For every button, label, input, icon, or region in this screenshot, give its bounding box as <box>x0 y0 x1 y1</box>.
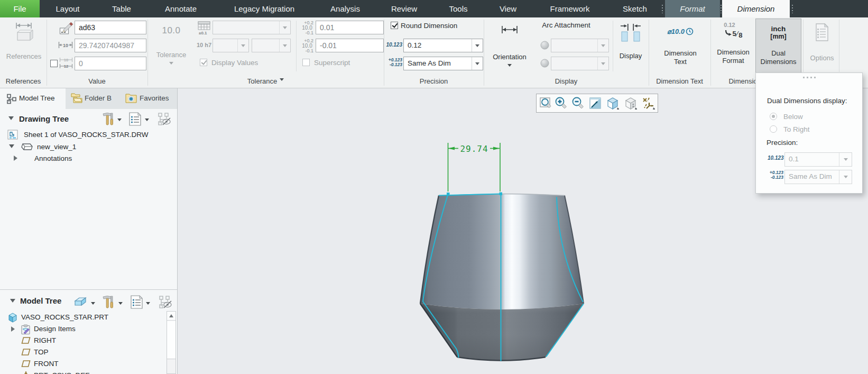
tree-item-annotations[interactable]: Annotations <box>34 154 72 162</box>
scrollbar-thumb[interactable] <box>167 321 176 359</box>
dimension-format-icon-top: 0.12 <box>713 22 754 28</box>
dimension-format-button[interactable]: 0.12 5 ⁄ 8 Dimension Format <box>713 19 754 75</box>
tree-tools-caret[interactable] <box>117 118 122 123</box>
tolerance-precision-combo[interactable]: Same As Dim <box>403 57 483 70</box>
svg-text:10: 10 <box>63 43 68 48</box>
dimension-name-input[interactable]: ad63 <box>75 21 146 34</box>
zoom-in-icon[interactable] <box>555 97 567 110</box>
view-collapse-icon[interactable] <box>9 144 14 151</box>
vase-model[interactable] <box>420 193 584 361</box>
tolerance-fit-combo-1[interactable] <box>213 39 249 52</box>
tree-item-csys[interactable]: PRT_CSYS_DEF <box>34 371 90 374</box>
combo-arrow[interactable] <box>237 39 248 52</box>
nominal-value-input[interactable]: 29.74207404987 <box>75 39 146 52</box>
lower-tolerance-input[interactable]: -0.01 <box>316 39 384 52</box>
override-value-checkbox[interactable] <box>50 60 58 67</box>
repaint-icon[interactable] <box>589 97 602 110</box>
tree-settings-caret[interactable] <box>145 118 149 123</box>
tree-filter-caret[interactable] <box>91 302 95 307</box>
svg-text:±0.1: ±0.1 <box>199 31 207 35</box>
tree-visibility-icon[interactable] <box>158 112 171 126</box>
tree-item-design-items[interactable]: Design Items <box>34 325 76 333</box>
zoom-out-icon[interactable] <box>571 97 584 110</box>
panel-decimal-combo[interactable]: 0.1 <box>784 152 852 167</box>
dimension-value-text[interactable]: 29.74 <box>460 144 488 154</box>
tree-item-part[interactable]: VASO_ROCKS_STAR.PRT <box>21 313 108 321</box>
tab-model-tree[interactable]: Model Tree <box>0 88 66 109</box>
tree-settings-caret[interactable] <box>146 302 150 307</box>
tab-format[interactable]: Format <box>665 0 720 17</box>
dimension-annotation[interactable]: 29.74 <box>448 143 501 191</box>
tree-tools-icon[interactable] <box>101 112 114 126</box>
radio-to-right[interactable] <box>770 125 777 133</box>
tree-item-plane-front[interactable]: FRONT <box>34 360 59 368</box>
combo-arrow[interactable] <box>839 170 852 184</box>
drawing-tree-collapse-icon[interactable] <box>8 116 14 123</box>
tree-visibility-icon[interactable] <box>159 295 172 309</box>
dialog-launcher-icon[interactable] <box>280 78 284 83</box>
decimal-precision-combo[interactable]: 0.12 <box>403 39 483 52</box>
dual-dimensions-button[interactable]: inch [mm] Dual Dimensions <box>755 19 801 74</box>
combo-arrow[interactable] <box>472 57 483 70</box>
arc-attachment-combo-1[interactable] <box>551 39 609 52</box>
panel-grip-dots[interactable] <box>756 77 862 78</box>
tab-dimension-active[interactable]: Dimension <box>722 0 790 17</box>
datum-plane-icon <box>21 359 31 369</box>
file-menu-button[interactable]: File <box>0 0 40 17</box>
superscript-checkbox[interactable] <box>302 59 310 66</box>
tab-layout[interactable]: Layout <box>44 0 91 17</box>
tab-annotate[interactable]: Annotate <box>154 0 207 17</box>
orientation-button[interactable]: Orientation <box>487 19 532 75</box>
tolerance-fit-combo-2[interactable] <box>252 39 291 52</box>
combo-arrow[interactable] <box>279 39 290 52</box>
references-button[interactable]: References <box>3 19 44 75</box>
combo-arrow[interactable] <box>597 57 608 70</box>
zoom-region-icon[interactable] <box>540 97 552 110</box>
arc-attachment-combo-2[interactable] <box>551 57 609 70</box>
tab-favorites[interactable]: Favorites <box>121 88 178 109</box>
tree-tools-caret[interactable] <box>118 302 123 307</box>
display-style-icon[interactable] <box>624 97 637 110</box>
tab-table[interactable]: Table <box>100 0 143 17</box>
combo-arrow[interactable] <box>597 39 608 52</box>
tree-tools-icon[interactable] <box>101 295 114 309</box>
tree-item-plane-top[interactable]: TOP <box>34 348 49 356</box>
tab-tools[interactable]: Tools <box>440 0 477 17</box>
upper-tolerance-input[interactable]: 0.01 <box>316 21 384 34</box>
datum-display-icon[interactable] <box>642 97 655 110</box>
display-button[interactable]: Display <box>615 19 646 75</box>
saved-orientations-icon[interactable] <box>606 97 619 110</box>
design-items-expand-icon[interactable] <box>11 326 17 332</box>
annotations-expand-icon[interactable] <box>14 156 20 161</box>
scrollbar-up-button[interactable] <box>167 312 176 321</box>
combo-arrow[interactable] <box>839 153 852 166</box>
tolerance-table-combo[interactable] <box>213 21 291 34</box>
override-value-input[interactable]: 0 <box>75 57 146 70</box>
tolerance-button[interactable]: 10.0 Tolerance <box>151 19 191 75</box>
model-tree-scrollbar[interactable] <box>167 311 176 374</box>
tree-filter-icon[interactable] <box>73 296 88 308</box>
tab-framework[interactable]: Framework <box>541 0 599 17</box>
dimension-text-button[interactable]: ⌀10.0 Dimension Text <box>651 19 709 75</box>
tab-view[interactable]: View <box>490 0 527 17</box>
tree-item-view[interactable]: new_view_1 <box>37 143 76 151</box>
tab-analysis[interactable]: Analysis <box>321 0 369 17</box>
combo-arrow[interactable] <box>279 21 290 34</box>
display-values-checkbox[interactable] <box>200 59 207 66</box>
model-tree-collapse-icon[interactable] <box>10 299 15 305</box>
tree-settings-icon[interactable] <box>128 112 142 126</box>
radio-below[interactable] <box>770 113 777 120</box>
tab-legacy-migration[interactable]: Legacy Migration <box>225 0 304 17</box>
panel-tolerance-combo[interactable]: Same As Dim <box>784 170 852 184</box>
tab-review[interactable]: Review <box>382 0 427 17</box>
tab-folder-browser[interactable]: Folder B <box>66 88 121 109</box>
tree-item-sheet[interactable]: Sheet 1 of VASO_ROCKS_STAR.DRW <box>24 131 149 139</box>
tree-item-plane-right[interactable]: RIGHT <box>34 336 56 344</box>
nominal-value-icon: 10 <box>58 41 73 49</box>
combo-arrow[interactable] <box>472 39 483 52</box>
radio-to-right-label: To Right <box>783 125 810 133</box>
tree-settings-icon[interactable] <box>130 295 143 309</box>
round-dimension-checkbox[interactable] <box>391 22 398 29</box>
options-button[interactable]: Options <box>806 19 838 75</box>
tab-sketch[interactable]: Sketch <box>614 0 656 17</box>
